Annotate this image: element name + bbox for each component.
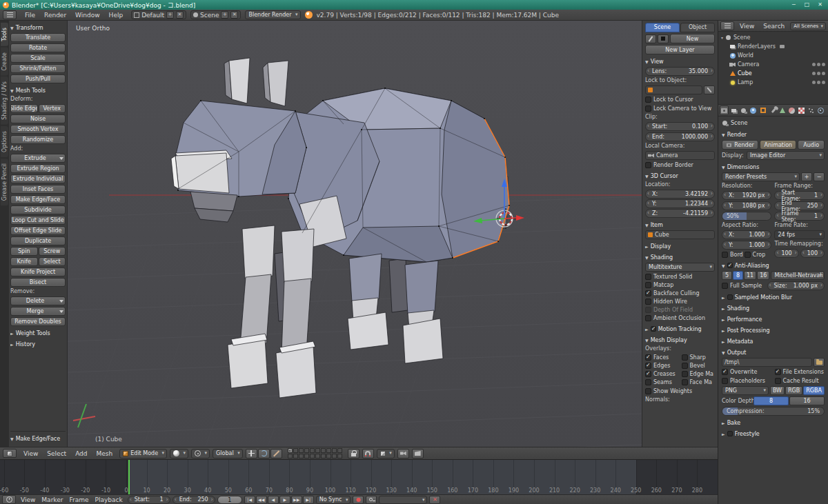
object-tab-icon[interactable] — [758, 105, 767, 115]
gp-new-layer-button[interactable]: New Layer — [645, 45, 715, 54]
layer-toggle-14[interactable] — [304, 454, 309, 458]
overlay-checkbox[interactable]: Sharp — [682, 354, 716, 361]
remove-preset-button[interactable]: − — [814, 172, 825, 181]
unlink-button[interactable]: ✕ — [429, 496, 440, 504]
lock-button[interactable] — [348, 449, 359, 458]
gp-new-button[interactable]: New — [670, 34, 715, 43]
local-camera-field[interactable]: Camera — [645, 151, 715, 160]
layer-toggle-17[interactable] — [321, 454, 326, 458]
tool-merge[interactable]: Merge — [10, 307, 66, 316]
tool-shrink-fatten[interactable]: Shrink/Fatten — [10, 64, 66, 73]
menu-item[interactable]: Frame — [66, 496, 91, 504]
collapsed-panel-header[interactable]: Metadata — [722, 337, 825, 345]
render-border-checkbox[interactable]: Render Border — [645, 161, 715, 169]
tool-duplicate[interactable]: Duplicate — [10, 236, 66, 245]
panel-header-dimensions[interactable]: Dimensions — [722, 163, 825, 171]
collapsed-panel-header[interactable]: Freestyle — [722, 430, 825, 438]
item-name-field[interactable]: Cube — [645, 230, 715, 239]
clip-end-field[interactable]: End:1000.000 — [645, 132, 715, 141]
modifiers-tab-icon[interactable] — [768, 105, 777, 115]
tool-select[interactable]: Select — [39, 257, 66, 266]
render-display-dropdown[interactable]: Image Editor — [747, 151, 825, 160]
toolshelf-tab[interactable]: Tools — [1, 23, 8, 46]
overlay-checkbox[interactable]: Creases — [645, 370, 679, 378]
object-data-tab-icon[interactable] — [778, 105, 787, 115]
editor-type-button[interactable] — [3, 449, 17, 458]
panel-header-3d-cursor[interactable]: 3D Cursor — [645, 172, 715, 180]
aa-filter-dropdown[interactable]: Mitchell-Netravali — [771, 271, 825, 280]
crop-checkbox[interactable]: Crop — [745, 251, 766, 259]
start-frame-field[interactable]: Start:1 — [128, 496, 170, 504]
dog-model[interactable] — [171, 58, 510, 398]
editor-type-button[interactable] — [3, 10, 17, 19]
end-frame-field[interactable]: End:250 — [172, 496, 215, 504]
gp-source-tab[interactable]: Scene — [645, 23, 680, 32]
outliner-root-row[interactable]: ▾ Scene — [721, 33, 825, 42]
lock-object-field[interactable] — [645, 85, 702, 94]
output-checkbox[interactable]: Overwrite — [722, 368, 772, 376]
frame-step-field[interactable]: Frame Step:1 — [774, 212, 825, 221]
layer-toggle-7[interactable] — [321, 448, 326, 453]
manipulator-scale-button[interactable] — [270, 449, 282, 458]
overlay-checkbox[interactable]: Seams — [645, 379, 679, 386]
playback-button[interactable]: ▶| — [303, 496, 314, 504]
layer-selector[interactable] — [288, 448, 342, 458]
playback-button[interactable]: ▶ — [279, 496, 290, 504]
overlay-checkbox[interactable]: Bevel — [682, 362, 716, 370]
record-button[interactable]: ● — [353, 496, 364, 504]
visibility-toggles[interactable] — [812, 72, 825, 75]
audio-button[interactable]: Audio — [798, 140, 825, 150]
tool-translate[interactable]: Translate — [10, 33, 66, 42]
keying-set-button[interactable] — [366, 496, 377, 504]
render-tab-icon[interactable] — [720, 105, 729, 115]
collapsed-panel-header[interactable]: Sampled Motion Blur — [722, 293, 825, 301]
cursor-coordinate-field[interactable]: Z:-4.21159 — [645, 209, 715, 218]
render-engine-dropdown[interactable]: Blender Render — [245, 10, 300, 19]
layer-toggle-20[interactable] — [337, 454, 342, 458]
panel-header-render[interactable]: Render — [722, 130, 825, 139]
aa-samples-button[interactable]: 16 — [757, 271, 769, 280]
grease-pencil-draw-button[interactable] — [645, 34, 656, 43]
render-layers-tab-icon[interactable] — [729, 105, 738, 115]
minimize-button[interactable]: ─ — [789, 1, 799, 9]
panel-checkbox-icon[interactable] — [727, 294, 733, 300]
menu-item[interactable]: Select — [43, 450, 70, 458]
visibility-toggles[interactable] — [812, 63, 825, 66]
delete-scene-button[interactable]: ✕ — [230, 11, 238, 19]
tool-screw[interactable]: Screw — [39, 247, 66, 256]
color-mode-button[interactable]: RGBA — [803, 386, 825, 395]
overlay-checkbox[interactable]: Edges — [645, 362, 679, 370]
menu-item[interactable]: Marker — [39, 496, 66, 504]
menu-item[interactable]: View — [736, 22, 758, 30]
menu-item[interactable]: Playback — [92, 496, 126, 504]
manipulator-translate-button[interactable] — [246, 449, 257, 458]
timeline-ruler[interactable]: -60-50-40-30-20-100102030405060708090100… — [0, 459, 718, 494]
aspect-x-field[interactable]: X:1.000 — [722, 230, 771, 239]
opengl-render-anim-button[interactable] — [412, 449, 424, 458]
tool-randomize[interactable]: Randomize — [10, 135, 66, 144]
layer-toggle-1[interactable] — [288, 448, 293, 453]
layer-toggle-19[interactable] — [332, 454, 337, 458]
panel-header-shading[interactable]: Shading — [645, 253, 715, 261]
file-browse-button[interactable] — [814, 358, 825, 367]
playback-button[interactable]: |◀ — [244, 496, 255, 504]
layer-toggle-3[interactable] — [299, 448, 304, 453]
tool-knife-project[interactable]: Knife Project — [10, 268, 66, 276]
transform-orientation-dropdown[interactable]: Global — [213, 449, 243, 458]
collapsed-panel-header[interactable]: Bake — [722, 419, 825, 427]
material-tab-icon[interactable] — [787, 105, 796, 115]
tool-subdivide[interactable]: Subdivide — [10, 205, 66, 214]
tool-noise[interactable]: Noise — [10, 114, 66, 123]
opengl-render-button[interactable] — [397, 449, 409, 458]
editor-type-button[interactable] — [2, 495, 16, 504]
panel-header-history[interactable]: History — [10, 340, 66, 348]
overlay-checkbox[interactable]: Face Ma — [682, 379, 716, 386]
layer-toggle-4[interactable] — [304, 448, 309, 453]
tool-knife[interactable]: Knife — [10, 257, 38, 266]
end-frame-field[interactable]: End Frame:250 — [774, 201, 825, 210]
texture-tab-icon[interactable] — [797, 105, 806, 115]
snap-toggle-button[interactable] — [362, 449, 374, 458]
viewport-shading-dropdown[interactable] — [170, 449, 188, 458]
menu-item[interactable]: Search — [759, 22, 789, 30]
menu-item[interactable]: Add — [71, 450, 91, 458]
